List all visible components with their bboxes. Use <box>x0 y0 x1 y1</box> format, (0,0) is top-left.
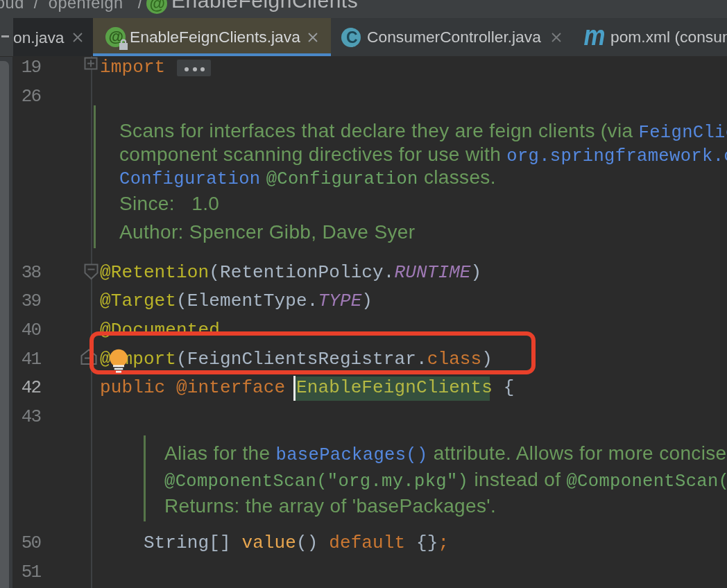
svg-text:m: m <box>583 19 605 51</box>
